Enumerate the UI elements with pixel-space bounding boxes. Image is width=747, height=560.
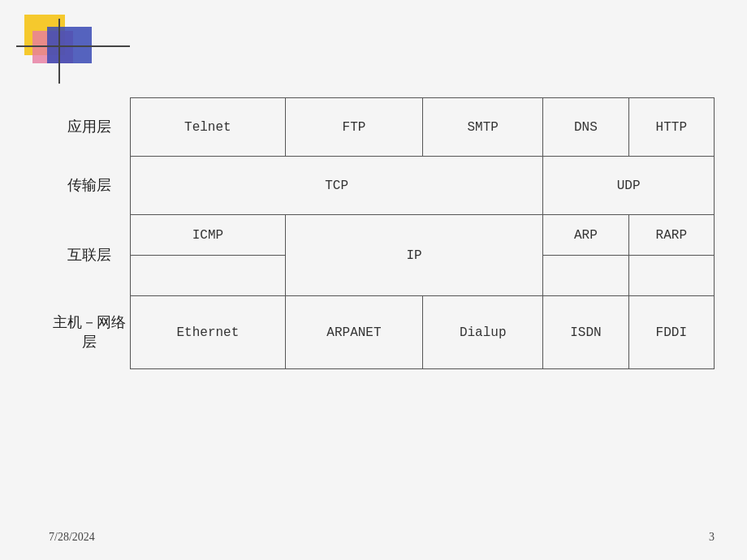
cell-isdn: ISDN	[543, 296, 628, 369]
cell-smtp: SMTP	[423, 98, 543, 157]
protocol-table: Telnet FTP SMTP DNS HTTP TCP UDP ICMP IP…	[130, 97, 715, 369]
cell-arpanet: ARPANET	[285, 296, 422, 369]
slide: 应用层 传输层 互联层 主机－网络层 Telnet FTP SMTP DNS H…	[0, 0, 747, 560]
cell-fddi: FDDI	[628, 296, 714, 369]
cell-ip: IP	[285, 215, 542, 296]
cell-icmp: ICMP	[131, 215, 286, 256]
label-internet: 互联层	[49, 214, 130, 295]
footer-page: 3	[709, 531, 715, 544]
transport-layer-row: TCP UDP	[131, 157, 715, 215]
cell-dialup: Dialup	[423, 296, 543, 369]
cell-dns: DNS	[543, 98, 628, 157]
logo-horizontal-line	[16, 45, 130, 47]
cell-tcp: TCP	[131, 157, 543, 215]
label-host-network: 主机－网络层	[49, 295, 130, 368]
cell-ethernet: Ethernet	[131, 296, 286, 369]
cell-internet-empty	[131, 256, 286, 296]
cell-internet-empty2	[543, 256, 628, 296]
cell-internet-empty3	[628, 256, 714, 296]
cell-arp: ARP	[543, 215, 628, 256]
cell-ftp: FTP	[285, 98, 422, 157]
layer-labels: 应用层 传输层 互联层 主机－网络层	[49, 97, 130, 369]
cell-rarp: RARP	[628, 215, 714, 256]
cell-udp: UDP	[543, 157, 715, 215]
internet-layer-row1: ICMP IP ARP RARP	[131, 215, 715, 256]
logo-vertical-line	[58, 19, 60, 84]
application-layer-row: Telnet FTP SMTP DNS HTTP	[131, 98, 715, 157]
cell-http: HTTP	[628, 98, 714, 157]
logo-area	[24, 15, 122, 80]
host-network-layer-row: Ethernet ARPANET Dialup ISDN FDDI	[131, 296, 715, 369]
cell-telnet: Telnet	[131, 98, 286, 157]
logo-graphic	[24, 15, 97, 71]
main-content: 应用层 传输层 互联层 主机－网络层 Telnet FTP SMTP DNS H…	[49, 97, 715, 369]
footer-date: 7/28/2024	[49, 531, 95, 544]
label-application: 应用层	[49, 97, 130, 156]
label-transport: 传输层	[49, 156, 130, 214]
